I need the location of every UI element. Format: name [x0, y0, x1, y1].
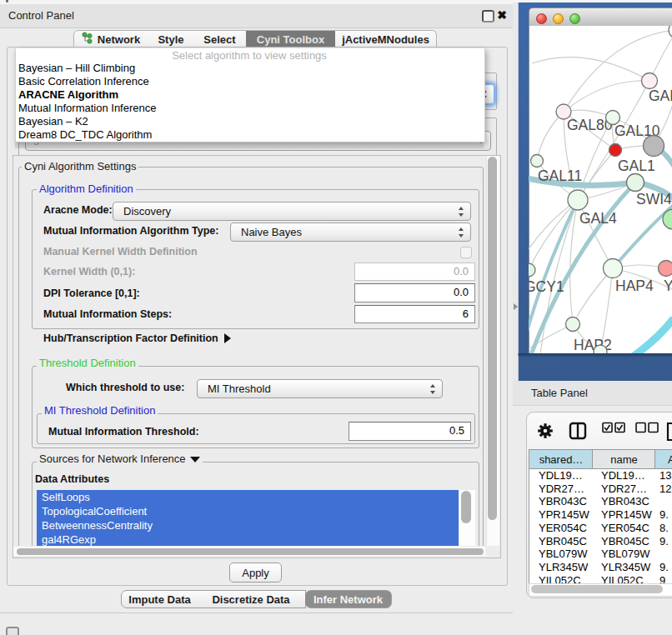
- table-cell[interactable]: YLR345W: [601, 561, 650, 574]
- table-cell[interactable]: YLR345W: [539, 561, 588, 574]
- deselect-all-checkboxes-icon[interactable]: [635, 422, 659, 437]
- tab-jactivemnodules[interactable]: jActiveMNodules: [335, 30, 437, 48]
- table-cell[interactable]: YBL079W: [601, 548, 650, 561]
- dpi-tolerance-field[interactable]: 0.0: [354, 283, 475, 302]
- apply-button[interactable]: Apply: [229, 562, 282, 582]
- attributes-scrollbar-thumb[interactable]: [461, 491, 471, 523]
- minimize-traffic-light-icon[interactable]: [553, 13, 564, 24]
- network-node[interactable]: [594, 345, 607, 353]
- manual-kernel-width-checkbox[interactable]: [460, 247, 472, 258]
- network-edge[interactable]: [613, 205, 672, 268]
- column-header-shared-name[interactable]: shared…: [529, 449, 593, 469]
- mini-window-icon[interactable]: [6, 627, 19, 635]
- document-icon[interactable]: [665, 422, 672, 445]
- float-window-icon[interactable]: [482, 10, 494, 22]
- tab-impute-data[interactable]: Impute Data: [121, 590, 198, 608]
- tab-select[interactable]: Select: [193, 30, 247, 48]
- table-cell[interactable]: YPR145W: [601, 508, 652, 522]
- network-icon: [82, 32, 93, 47]
- panel-divider[interactable]: [513, 2, 519, 381]
- table-cell[interactable]: YBR043C: [539, 495, 587, 508]
- network-node[interactable]: [568, 190, 588, 210]
- network-node[interactable]: [669, 26, 672, 38]
- settings-gear-icon[interactable]: [537, 422, 554, 443]
- table-cell[interactable]: YBR045C: [539, 535, 587, 548]
- algorithm-popup-item[interactable]: ARACNE Algorithm: [16, 88, 482, 102]
- network-node[interactable]: [531, 155, 544, 168]
- expand-right-icon[interactable]: [224, 333, 231, 343]
- close-traffic-light-icon[interactable]: [536, 13, 547, 24]
- network-node[interactable]: [604, 259, 623, 278]
- table-cell[interactable]: YER054C: [601, 522, 649, 535]
- network-edge[interactable]: [532, 58, 649, 81]
- select-all-checkboxes-icon[interactable]: [602, 422, 625, 437]
- sources-title[interactable]: Sources for Network Inference: [37, 453, 203, 465]
- table-cell[interactable]: YDR27…: [539, 482, 584, 496]
- settings-hscrollbar-thumb[interactable]: [17, 548, 484, 555]
- close-icon[interactable]: ✖: [495, 8, 509, 22]
- table-cell[interactable]: 9: [659, 574, 665, 583]
- split-columns-icon[interactable]: [569, 422, 587, 443]
- table-cell[interactable]: 9.: [659, 535, 669, 548]
- column-header-name[interactable]: name: [592, 449, 655, 469]
- network-node[interactable]: [642, 73, 658, 89]
- tab-cyni-toolbox[interactable]: Cyni Toolbox: [246, 30, 336, 48]
- hub-definition-section[interactable]: Hub/Transcription Factor Definition: [43, 332, 231, 345]
- table-cell[interactable]: 9.: [659, 508, 669, 522]
- kernel-width-field[interactable]: 0.0: [354, 262, 475, 281]
- mi-steps-field[interactable]: 6: [354, 305, 475, 323]
- split-collapse-icon[interactable]: [514, 303, 518, 310]
- table-cell[interactable]: YDL19…: [539, 469, 583, 482]
- algorithm-popup-item[interactable]: Basic Correlation Inference: [16, 75, 482, 88]
- network-edge[interactable]: [630, 318, 672, 353]
- table-cell[interactable]: YER054C: [539, 522, 587, 535]
- algorithm-popup-item[interactable]: Dream8 DC_TDC Algorithm: [16, 128, 482, 142]
- mi-algorithm-type-combo[interactable]: Naive Bayes: [230, 222, 471, 242]
- table-cell[interactable]: YDL19…: [601, 469, 645, 482]
- aracne-mode-combo[interactable]: Discovery: [113, 202, 471, 221]
- network-graph[interactable]: GAL80GAL7GAL10GAL1GAL11SWI4GAL4GCY1HAP4Y…: [529, 26, 672, 353]
- combo-arrows-icon: [459, 206, 464, 218]
- network-node[interactable]: [566, 318, 580, 332]
- tab-discretize-data[interactable]: Discretize Data: [197, 590, 306, 608]
- table-cell[interactable]: YBR045C: [601, 535, 649, 548]
- mi-algorithm-type-label: Mutual Information Algorithm Type:: [43, 224, 218, 238]
- mi-threshold-field[interactable]: 0.5: [349, 422, 471, 441]
- data-attribute-item[interactable]: BetweennessCentrality: [37, 518, 459, 532]
- data-attribute-item[interactable]: SelfLoops: [37, 490, 459, 504]
- network-edge[interactable]: [537, 112, 564, 161]
- algorithm-popup-item[interactable]: Bayesian – K2: [16, 115, 482, 128]
- table-cell[interactable]: YDR27…: [601, 482, 647, 496]
- algorithm-popup-item[interactable]: Mutual Information Inference: [16, 102, 482, 115]
- table-body[interactable]: YDL19…YDL19…13YDR27…YDR27…12YBR043CYBR04…: [529, 469, 672, 583]
- zoom-traffic-light-icon[interactable]: [569, 13, 580, 24]
- table-cell[interactable]: YBL079W: [539, 548, 588, 561]
- data-attribute-item[interactable]: TopologicalCoefficient: [37, 504, 459, 518]
- network-node[interactable]: [627, 174, 644, 192]
- table-cell[interactable]: YIL052C: [539, 574, 581, 583]
- tab-network[interactable]: Network: [73, 30, 150, 48]
- network-window-titlebar[interactable]: [529, 8, 672, 28]
- table-hscrollbar-thumb[interactable]: [531, 585, 663, 593]
- table-cell[interactable]: YBR043C: [601, 495, 649, 508]
- data-attribute-item[interactable]: gal4RGexp: [37, 532, 459, 546]
- network-node[interactable]: [644, 136, 664, 157]
- data-attributes-list[interactable]: SelfLoopsTopologicalCoefficientBetweenne…: [37, 490, 459, 546]
- tab-style[interactable]: Style: [148, 30, 194, 48]
- column-header-label: shared…: [539, 453, 584, 466]
- network-edge[interactable]: [564, 81, 649, 112]
- network-node[interactable]: [529, 263, 535, 277]
- table-cell[interactable]: 12: [659, 482, 671, 496]
- table-cell[interactable]: YPR145W: [539, 508, 589, 522]
- network-node[interactable]: [659, 261, 672, 277]
- column-header-third[interactable]: A: [654, 449, 672, 469]
- which-threshold-combo[interactable]: MI Threshold: [197, 379, 443, 398]
- settings-vscrollbar-thumb[interactable]: [488, 157, 497, 520]
- algorithm-popup-item[interactable]: Bayesian – Hill Climbing: [16, 62, 482, 75]
- network-node[interactable]: [609, 144, 622, 157]
- table-cell[interactable]: 8.: [659, 522, 669, 535]
- table-cell[interactable]: YIL052C: [601, 574, 644, 583]
- tab-infer-network[interactable]: Infer Network: [305, 590, 392, 608]
- table-cell[interactable]: 9.: [659, 561, 669, 574]
- table-cell[interactable]: 13: [659, 469, 671, 482]
